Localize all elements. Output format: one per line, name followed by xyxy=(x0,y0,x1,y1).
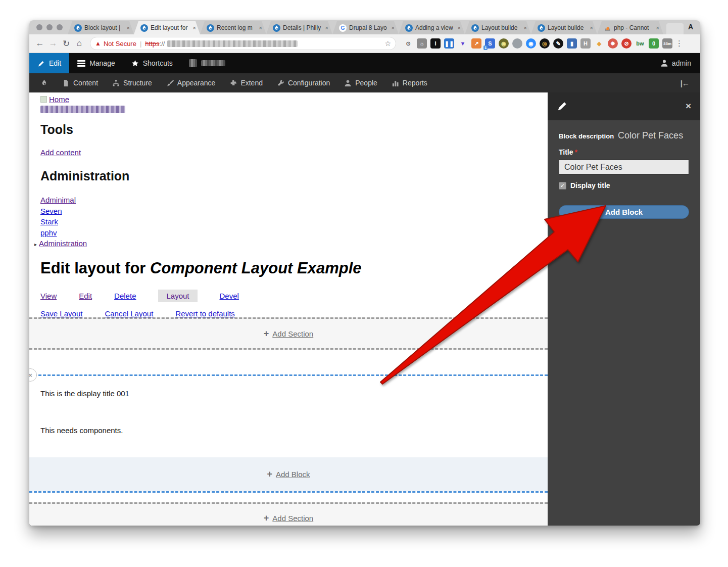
menu-item-appearance[interactable]: Appearance xyxy=(159,73,223,92)
diamond-icon[interactable]: ◈ xyxy=(594,38,604,49)
close-icon[interactable]: × xyxy=(686,101,691,112)
kanban-icon[interactable]: ❚❚ xyxy=(444,38,454,49)
toolbar-item-edit[interactable]: Edit xyxy=(29,53,69,73)
admin-link-administration[interactable]: Administration xyxy=(39,239,87,248)
menu-item-label: People xyxy=(355,79,377,87)
drupal-favicon-icon xyxy=(537,24,545,32)
page-tab-devel[interactable]: Devel xyxy=(220,292,239,300)
zoom-window-icon[interactable] xyxy=(57,24,63,30)
tab-close-icon[interactable]: × xyxy=(655,25,660,31)
tab-close-icon[interactable]: × xyxy=(126,25,131,31)
add-block-button[interactable]: Add Block xyxy=(559,205,689,219)
toolbar-collapse-icon[interactable]: |← xyxy=(681,79,696,87)
blurred-site-link[interactable] xyxy=(40,106,125,113)
tab-close-icon[interactable]: × xyxy=(192,25,197,31)
tab-close-icon[interactable]: × xyxy=(523,25,528,31)
page-tab-layout[interactable]: Layout xyxy=(158,290,197,302)
menu-item-content[interactable]: Content xyxy=(55,73,105,92)
chart-icon[interactable]: ↗ xyxy=(471,38,481,49)
new-tab-button[interactable] xyxy=(666,23,684,34)
sitemap-icon xyxy=(112,79,120,87)
browser-menu-icon[interactable]: ⋮ xyxy=(675,39,684,48)
bookmark-star-icon[interactable]: ☆ xyxy=(384,39,391,48)
back-icon[interactable]: ← xyxy=(33,38,46,49)
counter-zero-icon[interactable]: 0 xyxy=(649,38,659,49)
admin-link-row: Stark xyxy=(40,216,548,227)
aperture-icon[interactable]: ◎ xyxy=(540,38,550,49)
menu-item-structure[interactable]: Structure xyxy=(105,73,159,92)
map-pin-icon[interactable]: ▼ xyxy=(458,38,468,49)
s-app-icon[interactable]: S1 xyxy=(485,38,495,49)
bars-icon xyxy=(392,79,399,87)
tab-close-icon[interactable]: × xyxy=(589,25,594,31)
profile-avatar[interactable]: A xyxy=(688,23,693,31)
action-cancel-layout[interactable]: Cancel Layout xyxy=(105,309,153,318)
menu-item-label: Reports xyxy=(403,79,427,87)
browser-tab-1[interactable]: Edit layout for× xyxy=(134,21,200,34)
add-section-link-top[interactable]: + Add Section xyxy=(264,328,313,339)
tab-close-icon[interactable]: × xyxy=(391,25,396,31)
components-text: This needs components. xyxy=(29,398,548,435)
menu-item-reports[interactable]: Reports xyxy=(384,73,434,92)
reader-icon[interactable]: I xyxy=(430,38,441,49)
wrench-icon xyxy=(277,79,284,87)
add-section-link-bottom[interactable]: + Add Section xyxy=(264,513,313,524)
page-tab-edit[interactable]: Edit xyxy=(79,292,92,300)
admin-link-stark[interactable]: Stark xyxy=(40,217,58,226)
reload-icon[interactable]: ↻ xyxy=(60,38,73,49)
h-app-icon[interactable]: H xyxy=(580,38,591,49)
lightbulb-icon[interactable]: ☼ xyxy=(417,38,427,49)
no-entry-icon[interactable]: ⊘ xyxy=(621,38,632,49)
menu-item-label: Content xyxy=(73,79,98,87)
menu-item-extend[interactable]: Extend xyxy=(222,73,270,92)
admin-link-seven[interactable]: Seven xyxy=(40,207,62,215)
video-camera-icon[interactable]: ◉ xyxy=(526,38,536,49)
hand-blocker-icon[interactable]: ✸ xyxy=(608,38,618,49)
close-window-icon[interactable] xyxy=(36,24,42,30)
title-field[interactable] xyxy=(559,160,689,174)
block-description-row: Block description Color Pet Faces xyxy=(559,130,689,141)
tab-close-icon[interactable]: × xyxy=(457,25,462,31)
tab-close-icon[interactable]: × xyxy=(258,25,263,31)
display-title-checkbox[interactable]: ✓ xyxy=(559,182,566,190)
browser-tab-5[interactable]: Adding a view× xyxy=(399,21,465,34)
action-save-layout[interactable]: Save Layout xyxy=(40,309,82,318)
drupal-favicon-icon xyxy=(74,24,82,32)
info-circle-icon[interactable]: ⊙ xyxy=(403,38,413,49)
browser-tab-6[interactable]: Layout builde× xyxy=(465,21,531,34)
toolbar-item-shortcuts[interactable]: Shortcuts xyxy=(123,53,181,73)
page-tab-delete[interactable]: Delete xyxy=(114,292,136,300)
admin-link-pphv[interactable]: pphv xyxy=(40,228,57,237)
speech-bubble-icon[interactable] xyxy=(512,38,522,49)
pen-icon[interactable]: ✎ xyxy=(553,38,563,49)
admin-user[interactable]: admin xyxy=(660,53,700,73)
add-block-link[interactable]: + Add Block xyxy=(267,469,310,480)
bw-icon[interactable]: bw xyxy=(635,38,645,49)
timer-icon[interactable]: 33m xyxy=(662,38,672,49)
page-title: Edit layout for Component Layout Example xyxy=(40,259,548,277)
eye-icon[interactable]: ◉ xyxy=(499,38,509,49)
forward-icon[interactable]: → xyxy=(46,38,60,49)
home-link[interactable]: Home xyxy=(49,95,69,104)
drupal-home-item[interactable] xyxy=(33,73,55,92)
browser-tab-4[interactable]: GDrupal 8 Layo× xyxy=(332,21,399,34)
action-revert-to-defaults[interactable]: Revert to defaults xyxy=(175,309,235,318)
home-icon[interactable]: ⌂ xyxy=(73,38,86,49)
page-tab-view[interactable]: View xyxy=(40,292,57,300)
layout-section: This is the display title 001 This needs… xyxy=(29,374,548,493)
address-bar[interactable]: ▲ Not Secure | https :// ☆ xyxy=(90,37,396,50)
add-content-link[interactable]: Add content xyxy=(40,148,81,157)
browser-tab-2[interactable]: Recent log m× xyxy=(200,21,266,34)
browser-tab-0[interactable]: Block layout |× xyxy=(68,21,134,34)
menu-item-configuration[interactable]: Configuration xyxy=(270,73,337,92)
lighthouse-icon[interactable]: ▮ xyxy=(567,38,577,49)
collapsed-triangle-icon[interactable]: ▸ xyxy=(34,242,37,247)
browser-tab-3[interactable]: Details | Philly× xyxy=(266,21,332,34)
browser-tab-8[interactable]: php - Cannot× xyxy=(597,21,663,34)
minimize-window-icon[interactable] xyxy=(46,24,53,30)
tab-close-icon[interactable]: × xyxy=(324,25,329,31)
admin-link-adminimal[interactable]: Adminimal xyxy=(40,196,76,204)
toolbar-item-manage[interactable]: Manage xyxy=(69,53,123,73)
menu-item-people[interactable]: People xyxy=(337,73,384,92)
browser-tab-7[interactable]: Layout builde× xyxy=(531,21,597,34)
